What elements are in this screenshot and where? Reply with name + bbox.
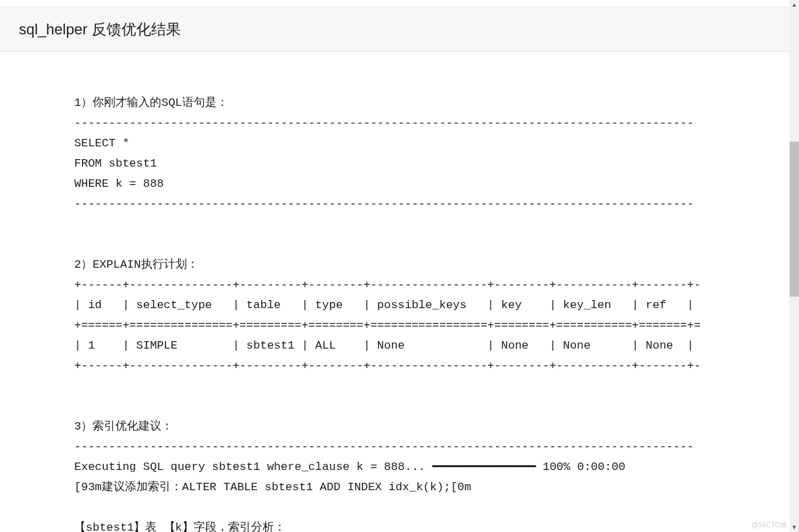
exec-progress-line: Executing SQL query sbtest1 where_clause… xyxy=(74,461,626,473)
index-recommendation: [93m建议添加索引：ALTER TABLE sbtest1 ADD INDEX… xyxy=(74,481,471,494)
section3-divider: ----------------------------------------… xyxy=(74,440,694,453)
explain-data-row: | 1 | SIMPLE | sbtest1 | ALL | None | No… xyxy=(74,339,694,352)
page-title: sql_helper 反馈优化结果 xyxy=(19,20,181,40)
result-output: 1）你刚才输入的SQL语句是： ------------------------… xyxy=(74,73,722,532)
section1-heading: 1）你刚才输入的SQL语句是： xyxy=(74,96,228,109)
scroll-up-arrow[interactable]: ▲ xyxy=(790,0,799,9)
sql-line-2: FROM sbtest1 xyxy=(74,157,157,170)
explain-border-top: +------+---------------+---------+------… xyxy=(74,278,700,291)
page-header: sql_helper 反馈优化结果 xyxy=(0,7,790,52)
app-viewport: sql_helper 反馈优化结果 1）你刚才输入的SQL语句是： ------… xyxy=(0,0,799,532)
explain-border-mid: +======+===============+=========+======… xyxy=(74,319,700,332)
section2-heading: 2）EXPLAIN执行计划： xyxy=(74,258,198,271)
explain-border-bottom: +------+---------------+---------+------… xyxy=(74,359,700,372)
section1-divider-top: ----------------------------------------… xyxy=(74,117,694,129)
section1-divider-bottom: ----------------------------------------… xyxy=(74,198,694,210)
watermark-text: @51CTO博 xyxy=(752,521,787,530)
scroll-down-arrow[interactable]: ▼ xyxy=(790,523,799,532)
explain-header-row: | id | select_type | table | type | poss… xyxy=(74,299,694,312)
scrollbar-thumb[interactable] xyxy=(790,142,799,297)
index-analysis-header: 【sbtest1】表 【k】字段，索引分析： xyxy=(74,521,285,532)
sql-line-3: WHERE k = 888 xyxy=(74,177,164,190)
sql-line-1: SELECT * xyxy=(74,137,130,150)
section3-heading: 3）索引优化建议： xyxy=(74,420,173,433)
